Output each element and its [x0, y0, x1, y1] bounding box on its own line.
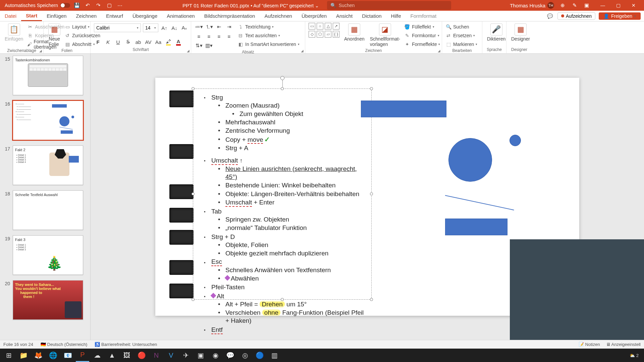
start-button[interactable]: ⊞ [2, 349, 15, 362]
outline-button[interactable]: ✎Formkontur▾ [404, 32, 440, 40]
grow-font-icon[interactable]: A↑ [160, 24, 168, 32]
menu-hilfe[interactable]: Hilfe [386, 11, 406, 21]
thumb-15[interactable]: 15 Tastenkombinationen [0, 54, 90, 99]
user-account[interactable]: Thomas Hruska TH [510, 2, 554, 9]
more-icon[interactable]: ⋯ [116, 2, 124, 9]
align-right-button[interactable]: ≡ [215, 32, 223, 40]
status-slide-count[interactable]: Folie 16 von 24 [3, 342, 33, 347]
strike-button[interactable]: S̶ [124, 38, 132, 46]
app-icon[interactable]: 🖼 [120, 349, 133, 362]
arrange-button[interactable]: ▦Anordnen [343, 23, 366, 42]
indent-inc-button[interactable]: ⇥ [225, 23, 233, 31]
menu-ansicht[interactable]: Ansicht [331, 11, 357, 21]
dictate-button[interactable]: 🎤Diktieren [486, 23, 507, 42]
autosave-toggle[interactable]: Automatisches Speichern [5, 3, 70, 8]
bullets-button[interactable]: ≔▾ [195, 23, 203, 31]
justify-button[interactable]: ≡ [225, 32, 233, 40]
thumb-19[interactable]: 19 Fakt 3 • Detail 1• Detail 2• Detail 3… [0, 233, 90, 278]
clear-format-icon[interactable]: Aₓ [180, 24, 189, 32]
menu-animationen[interactable]: Animationen [162, 11, 199, 21]
explorer-icon[interactable]: 📁 [17, 349, 30, 362]
resize-handle[interactable] [281, 87, 284, 90]
rotate-handle[interactable] [280, 76, 284, 80]
shapes-gallery[interactable]: ▭○△↗ ◇⬠▱{ } [309, 23, 340, 38]
pen-icon[interactable]: ✎ [571, 2, 578, 9]
menu-zeichnen[interactable]: Zeichnen [71, 11, 101, 21]
undo-icon[interactable]: ↶ [84, 2, 92, 9]
indent-dec-button[interactable]: ⇤ [215, 23, 223, 31]
status-accessibility[interactable]: ♿ Barrierefreiheit: Untersuchen [95, 342, 157, 347]
shrink-font-icon[interactable]: A↓ [170, 24, 178, 32]
save-icon[interactable]: 💾 [73, 2, 81, 9]
slide-thumbnails[interactable]: 15 Tastenkombinationen 16 ▪ ───── • ────… [0, 54, 91, 340]
close-button[interactable]: ✕ [626, 0, 641, 11]
telegram-icon[interactable]: ✈ [179, 349, 193, 362]
app-icon[interactable]: 🔴 [135, 349, 148, 362]
share-button[interactable]: 👤Freigeben▾ [599, 12, 641, 20]
shadow-button[interactable]: ab [134, 38, 142, 46]
menu-datei[interactable]: Datei [0, 11, 21, 21]
thumb-16[interactable]: 16 ▪ ───── • ───────── • ─────────▪ ────… [0, 99, 90, 143]
slideshow-icon[interactable]: ▢ [106, 2, 113, 9]
text-direction-button[interactable]: ⤵Textrichtung▾ [237, 23, 300, 31]
save-location[interactable]: • Auf "diesem PC" gespeichert ⌄ [251, 3, 319, 8]
resize-handle[interactable] [192, 192, 195, 195]
vscode-icon[interactable]: V [164, 349, 178, 362]
resize-handle[interactable] [370, 298, 373, 301]
resize-handle[interactable] [192, 298, 195, 301]
vlc-icon[interactable]: ▲ [105, 349, 119, 362]
menu-bildschirm[interactable]: Bildschirmpräsentation [200, 11, 260, 21]
find-button[interactable]: 🔍Suchen [445, 23, 477, 31]
menu-entwurf[interactable]: Entwurf [101, 11, 128, 21]
textbox-selection[interactable]: Strg Zoomen (Mausrad) Zum gewählten Obje… [193, 88, 372, 300]
fill-button[interactable]: 🪣Fülleffekt▾ [404, 23, 440, 31]
new-slide-button[interactable]: ▦Neue Folie [47, 23, 62, 48]
case-button[interactable]: Aa [154, 38, 162, 46]
underline-button[interactable]: U [114, 38, 122, 46]
replace-button[interactable]: ⇄Ersetzen▾ [445, 32, 477, 40]
smartart-button[interactable]: ◧In SmartArt konvertieren▾ [237, 40, 300, 48]
record-button[interactable]: Aufzeichnen [557, 12, 595, 20]
bold-button[interactable]: F [94, 38, 102, 46]
thumb-18[interactable]: 18 Schnelle Textfeld Auswahl [0, 188, 90, 233]
org-icon[interactable]: ⊕ [559, 2, 566, 9]
app-icon[interactable]: 🔵 [253, 349, 266, 362]
italic-button[interactable]: K [104, 38, 112, 46]
menu-dictation[interactable]: Dictation [357, 11, 386, 21]
thumb-17[interactable]: 17 Fakt 2 • Detail 1• Detail 2• Detail 3… [0, 143, 90, 188]
app-icon[interactable]: ☁ [91, 349, 104, 362]
minimize-button[interactable]: — [595, 0, 610, 11]
align-center-button[interactable]: ≡ [205, 32, 213, 40]
shape-line[interactable] [445, 195, 514, 210]
columns-button[interactable]: ▥▾ [205, 42, 213, 50]
slide-canvas[interactable]: Strg Zoomen (Mausrad) Zum gewählten Obje… [91, 54, 644, 340]
status-display[interactable]: 🖥 Anzeigeeinstell [606, 342, 641, 347]
align-left-button[interactable]: ≡ [195, 32, 203, 40]
linespacing-button[interactable]: ⇅▾ [195, 42, 203, 50]
spacing-button[interactable]: AV [144, 38, 152, 46]
app-icon[interactable]: 💬 [223, 349, 237, 362]
effects-button[interactable]: ✦Formeffekte▾ [404, 40, 440, 48]
align-text-button[interactable]: ⊟Text ausrichten▾ [237, 32, 300, 40]
resize-handle[interactable] [370, 87, 373, 90]
powerpoint-icon[interactable]: P [76, 349, 89, 362]
app-icon[interactable]: ▥ [268, 349, 281, 362]
shape-circle-large[interactable] [448, 138, 492, 182]
app-icon[interactable]: ◎ [238, 349, 252, 362]
menu-start[interactable]: Start [21, 11, 42, 21]
menu-ueberpruefen[interactable]: Überprüfen [297, 11, 331, 21]
status-notes[interactable]: 📝 Notizen [579, 342, 600, 347]
maximize-button[interactable]: ▢ [610, 0, 626, 11]
app-icon[interactable]: ▣ [194, 349, 207, 362]
select-button[interactable]: ⬚Markieren▾ [445, 40, 477, 48]
outlook-icon[interactable]: 📧 [61, 349, 74, 362]
numbering-button[interactable]: ⒈▾ [205, 23, 213, 31]
menu-aufzeichnen[interactable]: Aufzeichnen [260, 11, 297, 21]
shape-circle-small[interactable] [509, 135, 521, 146]
onenote-icon[interactable]: N [150, 349, 163, 362]
firefox-icon[interactable]: 🦊 [32, 349, 45, 362]
menu-uebergaenge[interactable]: Übergänge [128, 11, 162, 21]
search-box[interactable]: 🔍 Suchen [327, 1, 451, 10]
font-name-select[interactable]: Calibri▾ [94, 23, 141, 32]
resize-handle[interactable] [370, 192, 373, 195]
